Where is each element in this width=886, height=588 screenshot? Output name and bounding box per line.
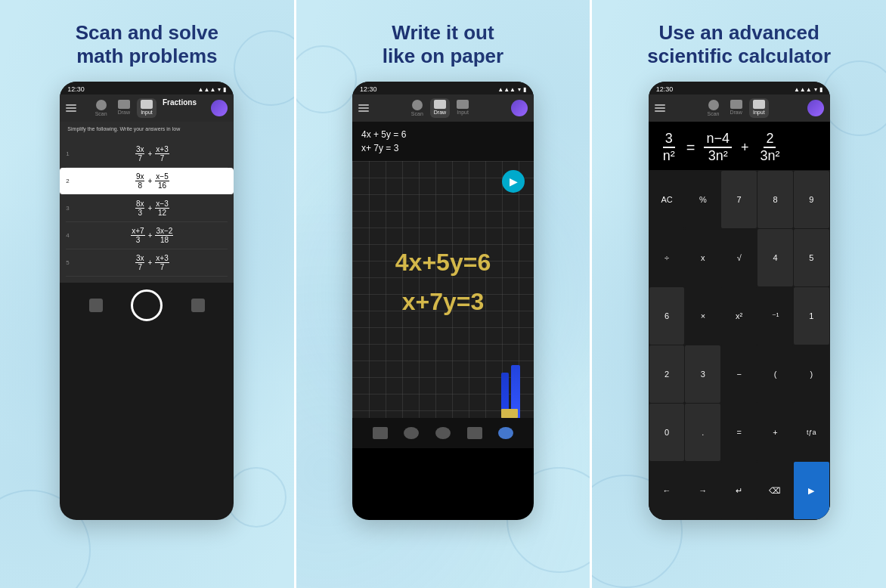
key-left-arrow[interactable]: ← bbox=[649, 462, 685, 520]
key-enter[interactable]: ↵ bbox=[721, 462, 757, 520]
user-avatar-1 bbox=[211, 100, 228, 116]
solve-button[interactable]: ▶ bbox=[502, 170, 525, 193]
gallery-icon[interactable] bbox=[89, 299, 103, 312]
toolbar-1: Scan Draw Input Fractions bbox=[60, 94, 234, 122]
key-ac[interactable]: AC bbox=[649, 171, 685, 228]
row-num-2: 2 bbox=[66, 178, 73, 184]
time-1: 12:30 bbox=[67, 85, 85, 93]
toolbar-tabs-2: Scan Draw Input bbox=[373, 98, 507, 118]
input-icon bbox=[141, 100, 153, 109]
signal-icon: ▲▲▲ bbox=[198, 86, 216, 93]
tab-scan[interactable]: Scan bbox=[91, 98, 111, 118]
key-percent[interactable]: % bbox=[685, 171, 720, 228]
row-num-1: 1 bbox=[66, 150, 73, 157]
tab-input-2[interactable]: Input bbox=[453, 98, 472, 118]
key-right-arrow[interactable]: → bbox=[685, 462, 720, 520]
battery-icon-2: ▮ bbox=[523, 86, 526, 93]
eraser-icon[interactable] bbox=[373, 427, 388, 439]
status-icons-2: ▲▲▲ ▾ ▮ bbox=[497, 86, 526, 93]
fraction-row-1: 1 3x7 + x+37 bbox=[66, 141, 228, 168]
wifi-icon-2: ▾ bbox=[518, 86, 521, 93]
status-bar-1: 12:30 ▲▲▲ ▾ ▮ bbox=[60, 82, 234, 94]
undo-icon[interactable] bbox=[404, 427, 419, 439]
tab-draw-2[interactable]: Draw bbox=[430, 98, 450, 118]
toolbar-tabs-3: Scan Draw Input bbox=[670, 98, 803, 118]
scan-icon bbox=[96, 100, 107, 110]
tab-scan-label: Scan bbox=[95, 111, 107, 116]
row-num-5: 5 bbox=[66, 259, 73, 266]
frac3a: 8x3 bbox=[135, 200, 145, 217]
fraction-row-4: 4 x+73 + 3x−218 bbox=[66, 222, 228, 249]
key-7[interactable]: 7 bbox=[721, 171, 757, 228]
key-backspace[interactable]: ⌫ bbox=[757, 462, 793, 520]
tab-draw[interactable]: Draw bbox=[114, 98, 134, 118]
tab-scan-2[interactable]: Scan bbox=[407, 98, 427, 118]
status-icons-3: ▲▲▲ ▾ ▮ bbox=[794, 86, 822, 93]
toolbar-2: Scan Draw Input bbox=[352, 94, 534, 122]
eq-line2: x+ 7y = 3 bbox=[361, 141, 525, 155]
key-open-paren[interactable]: ( bbox=[757, 345, 793, 403]
hw-line1: 4x+5y=6 bbox=[395, 243, 491, 282]
key-minus[interactable]: − bbox=[721, 345, 757, 403]
flash-icon[interactable] bbox=[191, 299, 205, 312]
key-squared[interactable]: x² bbox=[721, 287, 757, 345]
tab-input[interactable]: Input bbox=[137, 98, 156, 118]
fraction-expr-5: 3x7 + x+37 bbox=[76, 254, 228, 271]
status-icons-1: ▲▲▲ ▾ ▮ bbox=[198, 86, 227, 93]
hamburger-icon[interactable] bbox=[66, 104, 76, 112]
key-4[interactable]: 4 bbox=[757, 229, 793, 286]
time-3: 12:30 bbox=[656, 85, 674, 93]
key-0[interactable]: 0 bbox=[649, 404, 685, 461]
key-inverse[interactable]: ⁻¹ bbox=[757, 287, 793, 345]
panel-draw: Write it out like on paper 12:30 ▲▲▲ ▾ ▮… bbox=[294, 0, 590, 588]
hamburger-icon-3[interactable] bbox=[655, 104, 665, 112]
tools-bar bbox=[352, 418, 534, 448]
frac4b: 3x−218 bbox=[155, 227, 173, 244]
hamburger-icon-2[interactable] bbox=[358, 104, 369, 112]
phone1-mockup: 12:30 ▲▲▲ ▾ ▮ Scan Draw bbox=[60, 82, 234, 520]
tab-scan-3[interactable]: Scan bbox=[704, 98, 723, 118]
key-sqrt[interactable]: √ bbox=[721, 229, 757, 286]
capture-button[interactable] bbox=[131, 289, 163, 321]
key-equals[interactable]: = bbox=[721, 404, 757, 461]
key-1[interactable]: 1 bbox=[794, 287, 829, 345]
calc-keypad: AC % 7 8 9 ÷ x √ 4 5 6 × x² ⁻¹ 1 2 3 − (… bbox=[649, 170, 830, 520]
fraction-expr-3: 8x3 + x−312 bbox=[76, 200, 228, 217]
fraction-expr-2: 9x8 + x−516 bbox=[76, 172, 228, 190]
wifi-icon: ▾ bbox=[218, 86, 221, 93]
fraction-row-3: 3 8x3 + x−312 bbox=[66, 195, 228, 222]
key-close-paren[interactable]: ) bbox=[794, 345, 829, 403]
key-6[interactable]: 6 bbox=[649, 287, 685, 345]
phone2-mockup: 12:30 ▲▲▲ ▾ ▮ Scan Draw bbox=[352, 82, 534, 520]
draw-area[interactable]: 4x+5y=6 x+7y=3 ▶ bbox=[352, 161, 534, 418]
tab-draw-label-3: Draw bbox=[730, 110, 742, 115]
input-icon-3 bbox=[753, 100, 765, 109]
key-plus[interactable]: + bbox=[757, 404, 793, 461]
key-divide[interactable]: ÷ bbox=[649, 229, 685, 286]
key-8[interactable]: 8 bbox=[757, 171, 793, 228]
key-3[interactable]: 3 bbox=[685, 345, 720, 403]
key-5[interactable]: 5 bbox=[794, 229, 829, 286]
panel-scan: Scan and solve math problems 12:30 ▲▲▲ ▾… bbox=[0, 0, 294, 588]
frac3b: x−312 bbox=[155, 200, 169, 217]
key-go[interactable]: ▶ bbox=[794, 462, 829, 520]
key-multiply[interactable]: × bbox=[685, 287, 720, 345]
key-2[interactable]: 2 bbox=[649, 345, 685, 403]
draw-icon-3 bbox=[730, 100, 742, 109]
tab-input-3[interactable]: Input bbox=[749, 98, 769, 118]
heart-icon[interactable] bbox=[435, 427, 451, 439]
pencil-tool-icon[interactable] bbox=[467, 427, 482, 439]
key-x[interactable]: x bbox=[685, 229, 720, 286]
key-dot[interactable]: . bbox=[685, 404, 720, 461]
key-func[interactable]: tƒa bbox=[794, 404, 829, 461]
panel-calculator: Use an advanced scientific calculator 12… bbox=[590, 0, 886, 588]
frac-right: 2 3n² bbox=[757, 131, 782, 164]
key-9[interactable]: 9 bbox=[794, 171, 829, 228]
color-icon[interactable] bbox=[498, 427, 513, 439]
scan-icon-2 bbox=[412, 100, 423, 110]
tab-scan-label-2: Scan bbox=[411, 111, 423, 116]
tab-draw-3[interactable]: Draw bbox=[726, 98, 745, 118]
frac-middle: n−4 3n² bbox=[704, 131, 732, 164]
battery-icon-3: ▮ bbox=[819, 86, 822, 93]
scan-icon-3 bbox=[708, 100, 719, 110]
